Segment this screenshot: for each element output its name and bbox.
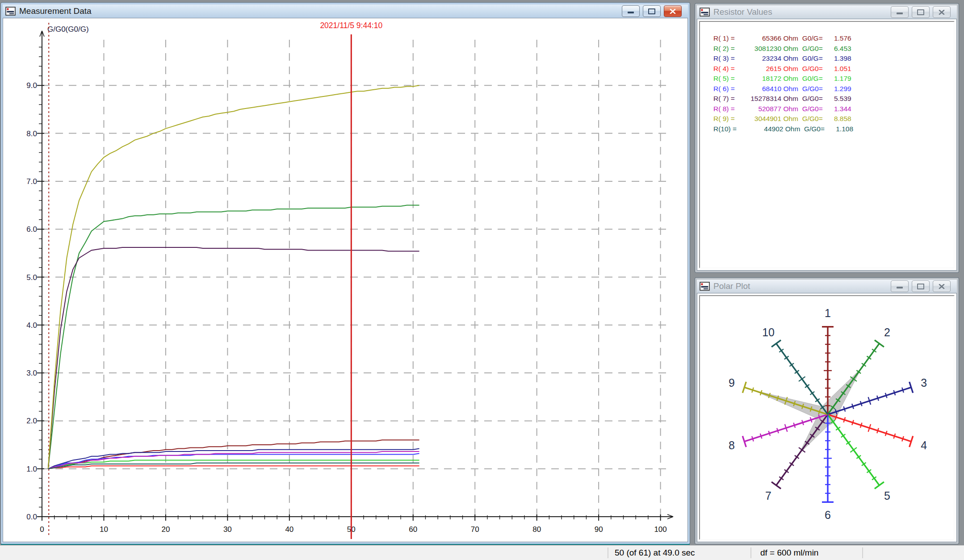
svg-text:G/G0(G0/G): G/G0(G0/G) (47, 25, 89, 33)
measurement-titlebar[interactable]: Measurement Data (3, 4, 688, 18)
svg-text:80: 80 (532, 525, 541, 534)
svg-text:4: 4 (921, 439, 927, 451)
resistor-row: R( 4) = 2615 Ohm G/G0=1.051 (713, 64, 853, 74)
svg-text:8.0: 8.0 (26, 130, 37, 138)
svg-text:8: 8 (729, 439, 735, 451)
resistor-row: R(10) = 44902 Ohm G/G0=1.108 (713, 124, 853, 134)
polar-plot-client: 12345678910 (697, 293, 957, 542)
resistor-values-client: R( 1) = 65366 Ohm G0/G=1.576R( 2) = 3081… (697, 19, 957, 271)
polar-plot-window: Polar Plot 12345678910 (695, 278, 959, 544)
polar-plot-panel: 12345678910 (699, 295, 955, 540)
polar-chart: 12345678910 (700, 296, 954, 539)
plotter-chart-icon (700, 8, 710, 17)
maximize-icon[interactable] (643, 5, 661, 17)
svg-text:9.0: 9.0 (26, 81, 37, 90)
plotter-chart-icon (5, 7, 16, 16)
close-icon[interactable] (664, 5, 682, 17)
measurement-chart[interactable]: 01020304050607080901000.01.02.03.04.05.0… (3, 18, 687, 542)
svg-text:70: 70 (471, 525, 479, 534)
measurement-data-window: Measurement Data 01020304050607080901000… (1, 3, 690, 544)
resistor-row: R( 6) = 68410 Ohm G/G0=1.299 (713, 84, 853, 94)
svg-text:9: 9 (729, 376, 735, 389)
svg-text:5: 5 (884, 489, 890, 502)
svg-text:6.0: 6.0 (26, 225, 37, 234)
status-progress: 50 (of 61) at 49.0 sec (615, 548, 695, 558)
resistor-row: R( 2) = 3081230 Ohm G/G0=6.453 (713, 44, 853, 54)
minimize-icon[interactable] (891, 280, 909, 292)
svg-text:1.0: 1.0 (26, 465, 37, 473)
svg-text:1: 1 (825, 307, 831, 319)
svg-text:5.0: 5.0 (26, 273, 37, 282)
resistor-values-panel: R( 1) = 65366 Ohm G0/G=1.576R( 2) = 3081… (699, 21, 955, 268)
resistor-row: R( 8) = 520877 Ohm G/G0=1.344 (713, 104, 853, 114)
svg-text:3: 3 (921, 376, 927, 389)
status-flow: df = 600 ml/min (760, 548, 818, 558)
svg-text:2.0: 2.0 (26, 417, 37, 425)
status-bar: 50 (of 61) at 49.0 sec df = 600 ml/min (0, 545, 964, 560)
svg-text:40: 40 (285, 525, 293, 534)
svg-text:30: 30 (223, 525, 232, 534)
resistor-row: R( 1) = 65366 Ohm G0/G=1.576 (713, 33, 853, 44)
resistor-row: R( 3) = 23234 Ohm G0/G=1.398 (713, 54, 853, 64)
resistor-row: R( 9) = 3044901 Ohm G/G0=8.858 (713, 114, 853, 124)
status-separator (608, 547, 608, 558)
polar-titlebar[interactable]: Polar Plot (697, 280, 957, 293)
svg-text:20: 20 (161, 525, 170, 534)
minimize-icon[interactable] (622, 5, 640, 17)
svg-text:0: 0 (40, 525, 44, 534)
close-icon[interactable] (933, 6, 951, 18)
svg-text:60: 60 (409, 525, 417, 534)
maximize-icon[interactable] (912, 6, 930, 18)
window-title: Polar Plot (713, 281, 750, 291)
maximize-icon[interactable] (912, 280, 930, 292)
close-icon[interactable] (933, 280, 951, 292)
svg-text:6: 6 (825, 509, 831, 521)
status-separator (862, 547, 863, 558)
plotter-chart-icon (700, 282, 710, 291)
svg-text:2: 2 (884, 326, 890, 339)
minimize-icon[interactable] (891, 6, 909, 18)
svg-text:3.0: 3.0 (26, 369, 37, 377)
svg-text:100: 100 (654, 525, 666, 534)
svg-text:4.0: 4.0 (26, 321, 37, 330)
status-separator (750, 547, 751, 558)
window-title: Resistor Values (713, 7, 772, 17)
resistor-row: R( 7) = 15278314 Ohm G/G0=5.539 (713, 94, 853, 104)
svg-text:90: 90 (595, 525, 603, 534)
resistor-row: R( 5) = 18172 Ohm G0/G=1.179 (713, 74, 853, 84)
svg-text:10: 10 (762, 326, 775, 339)
svg-text:0.0: 0.0 (26, 513, 37, 521)
svg-text:7: 7 (765, 489, 771, 502)
resistor-values-window: Resistor Values R( 1) = 65366 Ohm G0/G=1… (695, 4, 959, 272)
svg-text:2021/11/5 9:44:10: 2021/11/5 9:44:10 (320, 21, 382, 30)
resistor-list: R( 1) = 65366 Ohm G0/G=1.576R( 2) = 3081… (713, 33, 853, 134)
svg-text:7.0: 7.0 (26, 177, 37, 186)
resistor-titlebar[interactable]: Resistor Values (697, 5, 957, 19)
window-title: Measurement Data (19, 6, 92, 16)
svg-text:10: 10 (100, 525, 108, 534)
measurement-chart-area[interactable]: 01020304050607080901000.01.02.03.04.05.0… (3, 18, 688, 542)
